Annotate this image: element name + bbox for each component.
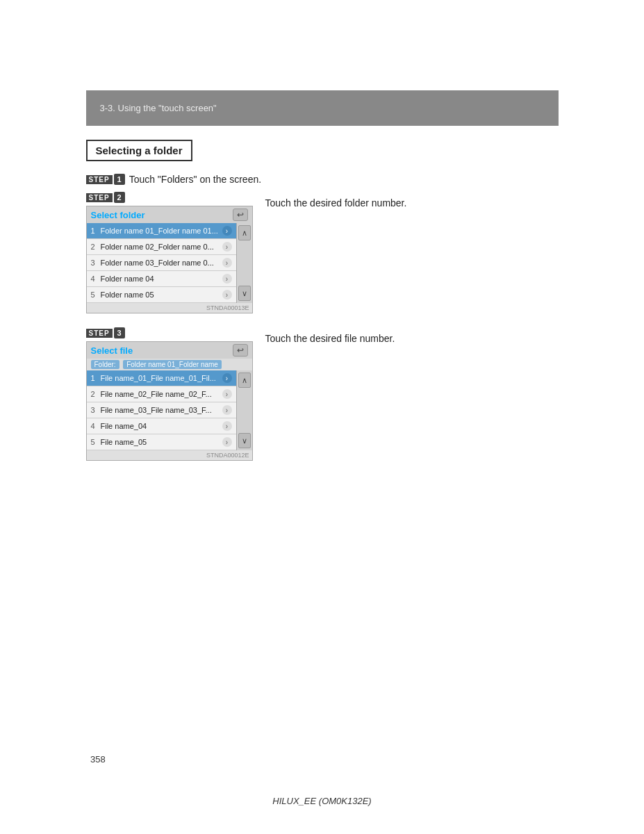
screen-footer-2: STNDA00013E [87,303,252,313]
screen-body-3: 1 File name_01_File name_01_Fil... › 2 F… [87,370,252,450]
step2-description: Touch the desired folder number. [265,192,407,208]
item-num: 5 [91,291,101,299]
item-text: Folder name 01_Folder name 01... [101,227,222,235]
folder-list-item[interactable]: 4 Folder name 04 › [87,271,236,287]
step1-text: Touch "Folders" on the screen. [129,174,261,185]
item-num: 1 [91,227,101,235]
file-list-item[interactable]: 2 File name_02_File name_02_F... › [87,386,236,402]
item-arrow-icon: › [222,373,232,383]
book-id: HILUX_EE (OM0K132E) [272,796,371,806]
item-arrow-icon: › [222,274,232,284]
screen-body-2: 1 Folder name 01_Folder name 01... › 2 F… [87,223,252,303]
step-label-3a: STEP [86,329,113,338]
item-arrow-icon: › [222,258,232,268]
section-title: Selecting a folder [86,140,192,161]
folder-breadcrumb: Folder: Folder name 01_Folder name [87,359,252,370]
breadcrumb-value: Folder name 01_Folder name [123,360,222,369]
breadcrumb-label: Folder: [91,360,119,369]
step-label-2a: STEP [86,193,113,202]
scroll-up-3[interactable]: ∧ [238,373,251,388]
header-section-label: 3-3. Using the "touch screen" [100,103,217,113]
folder-list-item[interactable]: 5 Folder name 05 › [87,287,236,303]
item-num: 5 [91,438,101,446]
select-folder-screen: Select folder ↩ 1 Folder name 01_Folder … [86,206,253,313]
scroll-down-2[interactable]: ∨ [238,286,251,301]
item-num: 2 [91,243,101,251]
item-num: 4 [91,275,101,283]
step2-screen: STEP 2 Select folder ↩ 1 Folder [86,192,253,313]
item-text: File name_02_File name_02_F... [101,390,222,398]
file-list: 1 File name_01_File name_01_Fil... › 2 F… [87,370,236,450]
step1-row: STEP 1 Touch "Folders" on the screen. [86,174,559,185]
step-label-1: STEP [86,175,113,184]
back-icon-2: ↩ [237,210,244,220]
item-num: 1 [91,374,101,382]
back-button-3[interactable]: ↩ [233,344,248,357]
folder-list-item[interactable]: 2 Folder name 02_Folder name 0... › [87,239,236,255]
folder-list-item[interactable]: 3 Folder name 03_Folder name 0... › [87,255,236,271]
header-bar: 3-3. Using the "touch screen" [86,90,559,126]
step3-row: STEP 3 Select file ↩ Folder: Folder name… [86,327,559,461]
item-arrow-icon: › [222,437,232,447]
step3-screen-wrapper: STEP 3 Select file ↩ Folder: Folder name… [86,327,253,461]
item-text: Folder name 03_Folder name 0... [101,259,222,267]
screen-header-3: Select file ↩ [87,342,252,359]
item-text: File name_03_File name_03_F... [101,406,222,414]
item-text: Folder name 04 [101,275,222,283]
step-num-3: 3 [114,327,125,338]
item-num: 3 [91,259,101,267]
folder-list-item[interactable]: 1 Folder name 01_Folder name 01... › [87,223,236,239]
scroll-buttons-2: ∧ ∨ [236,223,252,303]
item-text: File name_04 [101,422,222,430]
select-file-screen: Select file ↩ Folder: Folder name 01_Fol… [86,341,253,461]
scroll-buttons-3: ∧ ∨ [236,370,252,450]
screen-title-2: Select folder [91,210,145,220]
folder-list: 1 Folder name 01_Folder name 01... › 2 F… [87,223,236,303]
item-num: 4 [91,422,101,430]
item-text: File name_01_File name_01_Fil... [101,374,222,382]
item-arrow-icon: › [222,421,232,431]
item-arrow-icon: › [222,290,232,300]
page-number: 358 [90,754,106,764]
item-text: Folder name 05 [101,291,222,299]
item-arrow-icon: › [222,226,232,236]
step3-description: Touch the desired file number. [265,327,395,344]
item-num: 3 [91,406,101,414]
file-list-item[interactable]: 5 File name_05 › [87,434,236,450]
item-arrow-icon: › [222,242,232,252]
screen-footer-3: STNDA00012E [87,450,252,460]
file-list-item[interactable]: 1 File name_01_File name_01_Fil... › [87,370,236,386]
item-num: 2 [91,390,101,398]
file-list-item[interactable]: 4 File name_04 › [87,418,236,434]
item-arrow-icon: › [222,405,232,415]
scroll-down-3[interactable]: ∨ [238,433,251,448]
item-text: Folder name 02_Folder name 0... [101,243,222,251]
item-arrow-icon: › [222,389,232,399]
file-list-item[interactable]: 3 File name_03_File name_03_F... › [87,402,236,418]
back-icon-3: ↩ [237,345,244,355]
scroll-up-2[interactable]: ∧ [238,225,251,240]
back-button-2[interactable]: ↩ [233,208,248,221]
step-num-1: 1 [114,174,125,185]
main-content: Selecting a folder STEP 1 Touch "Folders… [86,140,559,461]
step-num-2: 2 [114,192,125,203]
screen-header-2: Select folder ↩ [87,206,252,223]
item-text: File name_05 [101,438,222,446]
step2-row: STEP 2 Select folder ↩ 1 Folder [86,192,559,313]
screen-title-3: Select file [91,345,133,356]
